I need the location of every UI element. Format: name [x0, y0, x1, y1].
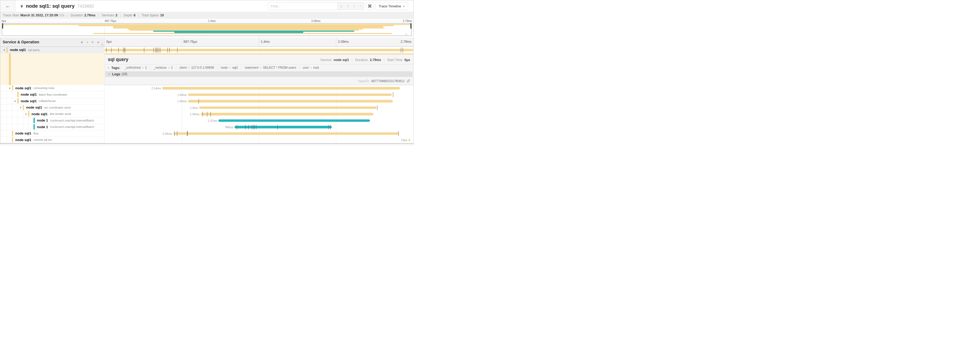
trace-info-item: Depth6: [123, 13, 135, 17]
expand-one-icon[interactable]: ›: [87, 40, 88, 44]
trace-collapse-chevron-icon[interactable]: ∨: [20, 4, 23, 8]
tag-item[interactable]: node=sql1: [217, 66, 241, 69]
tag-item[interactable]: _verbose=1: [150, 66, 176, 69]
span-tree-item[interactable]: node sql1commit sql txn: [0, 137, 105, 144]
minimap-left-scrubber[interactable]: [2, 23, 3, 29]
column-resize-handle[interactable]: [102, 43, 103, 46]
span-bar[interactable]: [162, 87, 400, 90]
collapse-one-icon[interactable]: ∨: [81, 40, 83, 44]
span-timeline-cell[interactable]: 1.84ms: [105, 91, 413, 98]
minimap-span-row: [2, 34, 411, 35]
locate-icon[interactable]: ◎: [340, 4, 342, 8]
chevron-down-icon[interactable]: ∨: [8, 86, 12, 90]
log-marker: [187, 131, 187, 136]
span-row: node 1/cockroach.roachpb.Internal/Batch1…: [0, 117, 413, 124]
tag-item[interactable]: statement=SELECT * FROM users: [241, 66, 299, 69]
tag-item[interactable]: user=root: [299, 66, 322, 69]
log-marker: [177, 131, 177, 136]
tree-guide-line: [1, 85, 2, 91]
span-duration-label: 1.6ms: [190, 106, 198, 109]
span-timeline-cell[interactable]: 1.6ms: [105, 104, 413, 111]
span-timeline-cell[interactable]: [105, 47, 413, 53]
chevron-right-icon[interactable]: ›: [108, 66, 109, 69]
prev-result-icon[interactable]: ∧: [347, 4, 349, 8]
logs-count: (18): [122, 72, 127, 76]
duration-value: 2.79ms: [370, 58, 381, 62]
log-marker: [169, 48, 170, 53]
span-tree-item[interactable]: ∨node sql1dist sender send: [0, 111, 105, 118]
trace-info-item: Trace StartMarch 31 2022, 17:25:09.326: [3, 13, 64, 17]
minimap-span-bar: [405, 34, 407, 35]
trace-info-label: Depth: [123, 13, 132, 17]
span-bar[interactable]: [199, 107, 376, 109]
span-timeline-cell[interactable]: 1.56ms: [105, 111, 413, 118]
chevron-down-icon[interactable]: ∨: [24, 112, 28, 115]
span-timeline-cell[interactable]: 14μs: [105, 137, 413, 144]
span-tree-item[interactable]: ∨node sql1colbatchscan: [0, 98, 105, 105]
tag-item[interactable]: _unfinished=1: [121, 66, 150, 69]
trace-info-value: 6: [134, 13, 135, 17]
log-marker: [155, 48, 156, 53]
span-timeline-cell[interactable]: 1.85ms: [105, 98, 413, 105]
find-input[interactable]: [268, 2, 337, 10]
span-timeline-cell[interactable]: 886μs: [105, 124, 413, 131]
tag-equals: =: [310, 66, 312, 69]
keyboard-shortcuts-button[interactable]: ⌘: [366, 2, 374, 10]
operation-name: sql query: [28, 48, 40, 51]
collapse-all-icon[interactable]: »: [91, 41, 95, 43]
view-selector-button[interactable]: Trace Timeline ∨: [375, 2, 408, 10]
tree-guide-line: [12, 117, 13, 124]
tag-key: _verbose: [153, 66, 166, 69]
span-timeline-cell[interactable]: 2.14ms: [105, 85, 413, 92]
span-tree-item[interactable]: ∨node sql1consuming rows: [0, 85, 105, 92]
trace-info-value: March 31 2022, 17:25:09: [20, 13, 58, 17]
expand-all-icon[interactable]: »: [97, 40, 99, 44]
operation-name: dist sender send: [49, 112, 71, 115]
span-timeline-cell[interactable]: 1.37ms: [105, 117, 413, 124]
service-name: node sql1: [15, 131, 31, 135]
span-duration-label: 1.56ms: [190, 112, 199, 116]
span-tree-item[interactable]: node sql1flow: [0, 130, 105, 137]
trace-info-item: Services2: [102, 13, 117, 17]
chevron-down-icon[interactable]: ∨: [13, 99, 17, 102]
span-bar[interactable]: [105, 49, 413, 51]
span-bar[interactable]: [201, 113, 374, 115]
log-marker: [118, 48, 119, 53]
span-tree-item[interactable]: node sql1batch flow coordinator: [0, 91, 105, 98]
tag-value: 1: [171, 66, 173, 69]
span-tree-item[interactable]: ∨node sql1sql query: [0, 47, 105, 53]
next-result-icon[interactable]: ∨: [353, 4, 355, 8]
trace-minimap[interactable]: [2, 23, 412, 36]
span-tree-item[interactable]: node 1/cockroach.roachpb.Internal/Batch: [0, 124, 105, 131]
back-button[interactable]: ←: [0, 0, 16, 12]
log-marker: [174, 131, 175, 136]
span-bar[interactable]: [234, 126, 332, 128]
tags-row[interactable]: › Tags: _unfinished=1_verbose=1client=12…: [105, 64, 413, 71]
service-color-bar: [17, 98, 19, 104]
log-marker: [256, 125, 256, 130]
chevron-down-icon[interactable]: ∨: [19, 106, 23, 109]
span-row: node 1/cockroach.roachpb.Internal/Batch8…: [0, 124, 413, 131]
log-marker: [188, 131, 188, 136]
logs-row[interactable]: › Logs (18): [105, 71, 412, 77]
span-tree-item[interactable]: ∨node sql1txn coordinator send: [0, 104, 105, 111]
minimap-right-scrubber[interactable]: [410, 23, 411, 29]
span-bar[interactable]: [188, 94, 392, 96]
tree-guide-line: [23, 111, 23, 117]
span-tree-item[interactable]: node 1/cockroach.roachpb.Internal/Batch: [0, 117, 105, 124]
chevron-down-icon[interactable]: ∨: [2, 48, 6, 51]
span-detail-card: sql query Service: node sql1 | Duration:…: [105, 53, 413, 85]
span-bar[interactable]: [188, 100, 393, 102]
span-bar[interactable]: [409, 139, 410, 141]
operation-name: /cockroach.roachpb.Internal/Batch: [50, 119, 94, 122]
span-bar[interactable]: [173, 132, 399, 135]
clear-search-icon[interactable]: ×: [360, 4, 361, 8]
span-bar[interactable]: [218, 119, 370, 122]
service-color-bar: [17, 92, 19, 97]
span-timeline-cell[interactable]: 2.04ms: [105, 130, 413, 137]
tag-key: statement: [245, 66, 258, 69]
trace-info-label: Duration: [70, 13, 83, 17]
deep-link-icon[interactable]: [407, 79, 410, 83]
tag-item[interactable]: client=127.0.0.1:59936: [176, 66, 217, 69]
chevron-right-icon[interactable]: ›: [109, 72, 110, 76]
